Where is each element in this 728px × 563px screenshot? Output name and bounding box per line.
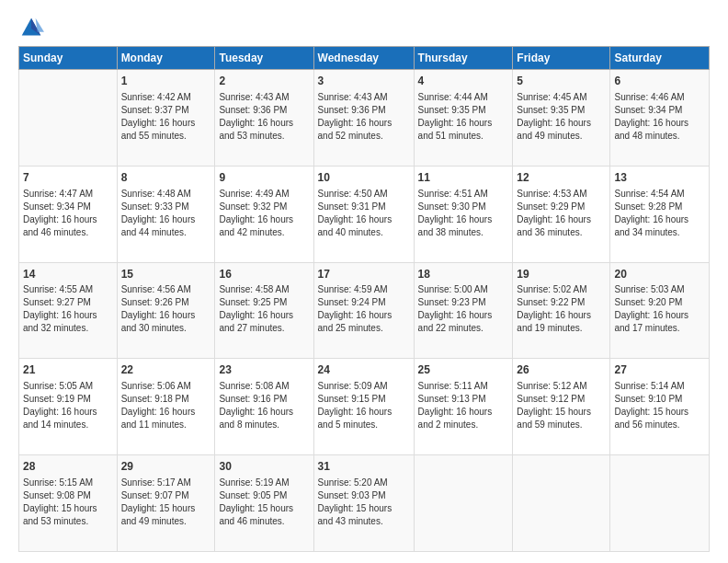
cell-w1-d4: 11Sunrise: 4:51 AMSunset: 9:30 PMDayligh…	[414, 166, 513, 262]
day-info-line: Sunrise: 5:17 AM	[121, 477, 211, 489]
cell-w0-d0	[19, 70, 118, 167]
day-info-line: Sunrise: 4:55 AM	[23, 283, 113, 296]
cell-w4-d0: 28Sunrise: 5:15 AMSunset: 9:08 PMDayligh…	[19, 455, 118, 552]
cell-w3-d6: 27Sunrise: 5:14 AMSunset: 9:10 PMDayligh…	[610, 359, 710, 455]
day-info-line: Daylight: 15 hours and 49 minutes.	[121, 502, 211, 528]
day-info-line: Sunset: 9:27 PM	[23, 296, 113, 309]
day-info-line: Sunset: 9:30 PM	[418, 201, 509, 213]
day-number: 29	[121, 459, 211, 475]
cell-w3-d3: 24Sunrise: 5:09 AMSunset: 9:15 PMDayligh…	[313, 359, 414, 455]
day-info-line: Sunset: 9:28 PM	[614, 201, 705, 213]
day-info-line: Sunrise: 5:02 AM	[517, 283, 606, 296]
day-info-line: Sunset: 9:36 PM	[318, 104, 410, 117]
cell-w4-d6	[610, 455, 710, 552]
cell-w3-d0: 21Sunrise: 5:05 AMSunset: 9:19 PMDayligh…	[19, 359, 118, 455]
day-info-line: Sunset: 9:24 PM	[318, 296, 410, 309]
day-info-line: Sunrise: 4:56 AM	[121, 283, 211, 296]
day-info-line: Daylight: 15 hours and 43 minutes.	[318, 502, 410, 528]
day-number: 9	[219, 170, 309, 186]
cell-w1-d1: 8Sunrise: 4:48 AMSunset: 9:33 PMDaylight…	[117, 166, 215, 262]
day-info-line: Sunrise: 5:19 AM	[219, 477, 309, 489]
day-info-line: Daylight: 16 hours and 49 minutes.	[517, 117, 606, 143]
day-info-line: Sunrise: 5:08 AM	[219, 380, 309, 393]
day-info-line: Daylight: 15 hours and 53 minutes.	[23, 502, 113, 528]
day-info-line: Daylight: 16 hours and 2 minutes.	[418, 406, 509, 431]
logo	[18, 15, 48, 40]
day-info-line: Sunset: 9:33 PM	[121, 201, 211, 213]
day-number: 18	[418, 267, 509, 282]
day-info-line: Sunrise: 5:15 AM	[23, 477, 113, 489]
header-cell-tuesday: Tuesday	[215, 47, 313, 70]
day-info-line: Sunset: 9:31 PM	[318, 201, 410, 213]
day-info-line: Sunset: 9:35 PM	[418, 104, 509, 117]
cell-w0-d5: 5Sunrise: 4:45 AMSunset: 9:35 PMDaylight…	[513, 70, 610, 167]
header-cell-friday: Friday	[513, 47, 610, 70]
day-info-line: Sunset: 9:13 PM	[418, 393, 509, 406]
day-number: 10	[318, 170, 410, 186]
day-info-line: Sunset: 9:07 PM	[121, 489, 211, 502]
cell-w0-d3: 3Sunrise: 4:43 AMSunset: 9:36 PMDaylight…	[313, 70, 414, 167]
day-info-line: Sunrise: 4:45 AM	[517, 91, 606, 104]
day-info-line: Sunset: 9:22 PM	[517, 296, 606, 309]
day-info-line: Daylight: 16 hours and 14 minutes.	[23, 406, 113, 431]
day-info-line: Sunset: 9:29 PM	[517, 201, 606, 213]
day-number: 6	[614, 74, 705, 89]
day-info-line: Daylight: 16 hours and 25 minutes.	[318, 309, 410, 335]
day-number: 4	[418, 74, 509, 89]
day-info-line: Sunrise: 4:43 AM	[219, 91, 309, 104]
cell-w1-d2: 9Sunrise: 4:49 AMSunset: 9:32 PMDaylight…	[215, 166, 313, 262]
day-number: 26	[517, 362, 606, 378]
day-info-line: Daylight: 16 hours and 8 minutes.	[219, 406, 309, 431]
day-info-line: Daylight: 16 hours and 22 minutes.	[418, 309, 509, 335]
day-info-line: Daylight: 15 hours and 56 minutes.	[614, 406, 705, 431]
day-number: 31	[318, 459, 410, 475]
cell-w4-d5	[513, 455, 610, 552]
day-info-line: Daylight: 16 hours and 53 minutes.	[219, 117, 309, 143]
day-info-line: Daylight: 15 hours and 59 minutes.	[517, 406, 606, 431]
cell-w4-d4	[414, 455, 513, 552]
day-info-line: Sunrise: 4:46 AM	[614, 91, 705, 104]
cell-w3-d4: 25Sunrise: 5:11 AMSunset: 9:13 PMDayligh…	[414, 359, 513, 455]
day-number: 23	[219, 362, 309, 378]
day-info-line: Sunset: 9:08 PM	[23, 489, 113, 502]
day-info-line: Sunrise: 4:54 AM	[614, 188, 705, 201]
day-number: 19	[517, 267, 606, 282]
day-info-line: Daylight: 16 hours and 19 minutes.	[517, 309, 606, 335]
day-info-line: Sunrise: 5:03 AM	[614, 283, 705, 296]
header-cell-saturday: Saturday	[610, 47, 710, 70]
day-info-line: Sunset: 9:20 PM	[614, 296, 705, 309]
day-number: 21	[23, 362, 113, 378]
day-info-line: Sunset: 9:26 PM	[121, 296, 211, 309]
week-row-1: 7Sunrise: 4:47 AMSunset: 9:34 PMDaylight…	[19, 166, 710, 262]
day-info-line: Sunset: 9:05 PM	[219, 489, 309, 502]
cell-w2-d3: 17Sunrise: 4:59 AMSunset: 9:24 PMDayligh…	[313, 262, 414, 359]
day-number: 3	[318, 74, 410, 89]
week-row-3: 21Sunrise: 5:05 AMSunset: 9:19 PMDayligh…	[19, 359, 710, 455]
day-info-line: Daylight: 16 hours and 34 minutes.	[614, 213, 705, 239]
day-info-line: Sunset: 9:10 PM	[614, 393, 705, 406]
day-number: 17	[318, 267, 410, 282]
day-number: 13	[614, 170, 705, 186]
day-number: 27	[614, 362, 705, 378]
day-number: 25	[418, 362, 509, 378]
week-row-4: 28Sunrise: 5:15 AMSunset: 9:08 PMDayligh…	[19, 455, 710, 552]
day-info-line: Daylight: 16 hours and 11 minutes.	[121, 406, 211, 431]
day-info-line: Sunrise: 4:58 AM	[219, 283, 309, 296]
day-info-line: Sunset: 9:16 PM	[219, 393, 309, 406]
day-info-line: Sunrise: 4:44 AM	[418, 91, 509, 104]
day-number: 30	[219, 459, 309, 475]
day-info-line: Sunset: 9:18 PM	[121, 393, 211, 406]
day-number: 8	[121, 170, 211, 186]
day-info-line: Sunset: 9:23 PM	[418, 296, 509, 309]
day-info-line: Sunset: 9:32 PM	[219, 201, 309, 213]
day-info-line: Sunset: 9:37 PM	[121, 104, 211, 117]
day-info-line: Sunrise: 5:20 AM	[318, 477, 410, 489]
day-info-line: Sunset: 9:19 PM	[23, 393, 113, 406]
day-info-line: Daylight: 16 hours and 52 minutes.	[318, 117, 410, 143]
day-info-line: Sunset: 9:15 PM	[318, 393, 410, 406]
day-number: 22	[121, 362, 211, 378]
day-number: 2	[219, 74, 309, 89]
day-info-line: Sunrise: 5:06 AM	[121, 380, 211, 393]
cell-w4-d1: 29Sunrise: 5:17 AMSunset: 9:07 PMDayligh…	[117, 455, 215, 552]
day-info-line: Sunrise: 5:11 AM	[418, 380, 509, 393]
